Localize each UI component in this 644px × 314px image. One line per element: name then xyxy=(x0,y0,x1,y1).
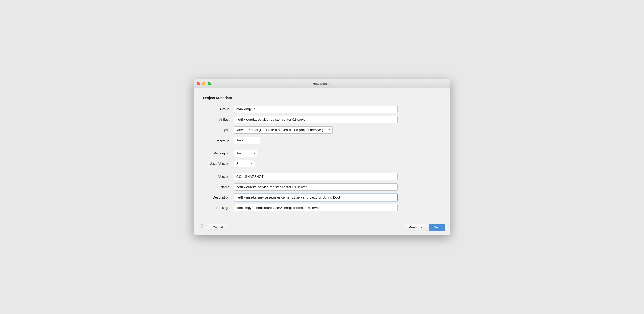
window-controls xyxy=(197,82,211,85)
packaging-label: Packaging: xyxy=(203,151,234,155)
name-input[interactable] xyxy=(234,183,398,191)
name-row: Name: xyxy=(203,183,441,191)
window-title: New Module xyxy=(313,82,331,86)
description-row: Description: xyxy=(203,194,441,201)
group-row: Group: xyxy=(203,106,441,113)
artifact-input[interactable] xyxy=(234,116,398,123)
type-select[interactable]: Maven Project (Generate a Maven based pr… xyxy=(234,126,333,134)
section-title: Project Metadata xyxy=(203,96,441,100)
type-select-wrapper: Maven Project (Generate a Maven based pr… xyxy=(234,126,333,134)
package-row: Package: xyxy=(203,204,441,211)
bottom-right: Previous Next xyxy=(404,224,445,231)
version-label: Version: xyxy=(203,175,234,179)
packaging-select-wrapper: Jar War xyxy=(234,150,257,157)
language-row: Language: Java Kotlin Groovy xyxy=(203,137,441,144)
language-label: Language: xyxy=(203,138,234,142)
close-button[interactable] xyxy=(197,82,200,85)
artifact-label: Artifact: xyxy=(203,118,234,121)
description-input[interactable] xyxy=(234,194,398,201)
type-label: Type: xyxy=(203,128,234,132)
next-button[interactable]: Next xyxy=(429,224,445,231)
packaging-row: Packaging: Jar War xyxy=(203,150,441,157)
java-version-row: Java Version: 8 11 14 xyxy=(203,160,441,167)
type-row: Type: Maven Project (Generate a Maven ba… xyxy=(203,126,441,134)
title-bar: New Module xyxy=(194,79,450,88)
java-version-label: Java Version: xyxy=(203,162,234,166)
name-label: Name: xyxy=(203,185,234,189)
package-label: Package: xyxy=(203,206,234,210)
bottom-bar: ? Cancel Previous Next xyxy=(194,220,450,235)
previous-button[interactable]: Previous xyxy=(404,224,427,231)
content-area: Project Metadata Group: Artifact: Type: … xyxy=(194,88,450,220)
language-select[interactable]: Java Kotlin Groovy xyxy=(234,137,260,144)
cancel-button[interactable]: Cancel xyxy=(208,224,228,231)
maximize-button[interactable] xyxy=(208,82,211,85)
new-module-window: New Module Project Metadata Group: Artif… xyxy=(194,79,450,235)
artifact-row: Artifact: xyxy=(203,116,441,123)
java-version-select-wrapper: 8 11 14 xyxy=(234,160,255,167)
project-metadata-form: Group: Artifact: Type: Maven Project (Ge… xyxy=(203,106,441,215)
help-button[interactable]: ? xyxy=(199,224,204,230)
group-label: Group: xyxy=(203,107,234,111)
language-select-wrapper: Java Kotlin Groovy xyxy=(234,137,260,144)
description-label: Description: xyxy=(203,195,234,199)
packaging-select[interactable]: Jar War xyxy=(234,150,257,157)
group-input[interactable] xyxy=(234,106,398,113)
package-input[interactable] xyxy=(234,204,398,211)
java-version-select[interactable]: 8 11 14 xyxy=(234,160,255,167)
version-input[interactable] xyxy=(234,173,398,180)
bottom-left: ? Cancel xyxy=(199,224,228,231)
minimize-button[interactable] xyxy=(202,82,205,85)
version-row: Version: xyxy=(203,173,441,180)
